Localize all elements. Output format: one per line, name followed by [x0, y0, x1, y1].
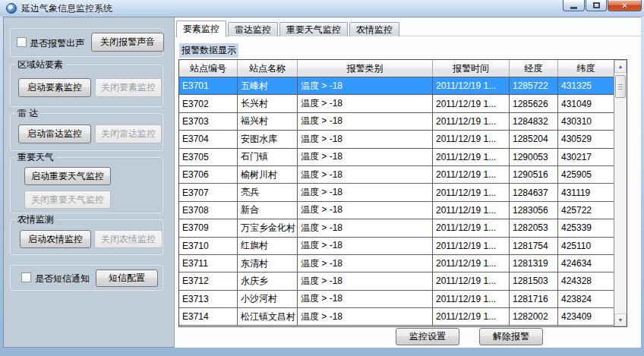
tab-severe-weather-monitor[interactable]: 重要天气监控: [279, 22, 348, 36]
table-cell: E3710: [179, 238, 238, 254]
table-cell: 2011/12/19 1...: [433, 273, 510, 289]
table-cell: 温度 > -18: [298, 95, 433, 112]
table-body: E3701五峰村温度 > -182011/12/19 1...128572243…: [179, 77, 614, 326]
minimize-button[interactable]: [563, 0, 585, 11]
table-cell: 2011/12/19 1...: [433, 131, 510, 147]
stop-weather-monitor-button[interactable]: 关闭重要天气监控: [24, 191, 111, 209]
table-cell: 425110: [558, 238, 614, 254]
table-cell: 2011/12/19 1...: [433, 255, 510, 272]
table-cell: 温度 > -18: [298, 308, 433, 325]
alarm-table: 站点编号站点名称报警类别报警时间经度纬度 E3701五峰村温度 > -18201…: [178, 59, 627, 327]
table-cell: E3704: [179, 131, 238, 147]
scrollbar-up-button[interactable]: ▲: [614, 60, 627, 73]
table-row[interactable]: E3707亮兵温度 > -182011/12/19 1...1284637431…: [179, 184, 614, 201]
close-alarm-sound-button[interactable]: 关闭报警声音: [91, 33, 164, 52]
maximize-icon: [593, 2, 600, 8]
client-area: 是否报警出声 关闭报警声音 区域站要素 启动要素监控 关闭要素监控 雷 达 启动…: [3, 17, 641, 348]
stop-radar-monitor-button[interactable]: 关闭雷达监控: [95, 124, 162, 143]
tab-radar-monitor[interactable]: 雷达监控: [228, 22, 278, 36]
table-cell: 永庆乡: [238, 273, 298, 289]
tab-element-monitor[interactable]: 要素监控: [176, 20, 226, 37]
table-cell: 长兴村: [238, 95, 298, 112]
caption-buttons: ✕: [562, 0, 642, 11]
close-button[interactable]: ✕: [608, 0, 642, 11]
table-cell: 亮兵: [238, 184, 298, 200]
table-cell: E3701: [179, 77, 238, 94]
table-cell: 1285722: [510, 77, 558, 94]
table-cell: 425722: [558, 202, 614, 219]
start-weather-monitor-button[interactable]: 启动重要天气监控: [24, 167, 111, 185]
minimize-icon: [570, 7, 577, 9]
tab-strip: 要素监控雷达监控重要天气监控农情监控: [176, 20, 401, 36]
sound-alarm-group: 是否报警出声 关闭报警声音: [10, 28, 163, 57]
table-cell: 2011/12/19 1...: [433, 149, 510, 165]
table-cell: 1283056: [510, 202, 558, 219]
column-header[interactable]: 站点名称: [238, 60, 298, 77]
table-cell: 423409: [558, 308, 614, 325]
radar-group: 雷 达 启动雷达监控 关闭雷达监控: [10, 113, 163, 151]
sms-config-button[interactable]: 短信配置: [96, 269, 158, 287]
table-row[interactable]: E3701五峰村温度 > -182011/12/19 1...128572243…: [179, 77, 614, 95]
table-row[interactable]: E3713小沙河村温度 > -182011/12/19 1...12817164…: [179, 291, 614, 308]
dismiss-alarm-button[interactable]: 解除报警: [479, 328, 543, 345]
column-header[interactable]: 纬度: [558, 60, 614, 77]
monitor-settings-button[interactable]: 监控设置: [396, 328, 459, 345]
table-row[interactable]: E3712永庆乡温度 > -182011/12/19 1...128150342…: [179, 273, 614, 290]
table-cell: E3707: [179, 184, 238, 200]
table-scrollbar[interactable]: ▲ ▼: [614, 60, 627, 326]
sms-group: 是否短信通知 短信配置: [10, 265, 163, 291]
table-cell: 温度 > -18: [298, 184, 433, 200]
stop-element-monitor-button[interactable]: 关闭要素监控: [95, 78, 162, 97]
start-agriculture-monitor-button[interactable]: 启动农情监控: [20, 230, 91, 248]
table-row[interactable]: E3709万宝乡金化村温度 > -182011/12/19 1...128205…: [179, 219, 614, 237]
table-cell: 431049: [558, 95, 614, 112]
table-cell: 1282053: [510, 219, 558, 236]
table-row[interactable]: E3706榆树川村温度 > -182011/12/19 1...12905164…: [179, 166, 614, 184]
table-cell: 1284637: [510, 184, 558, 200]
start-radar-monitor-button[interactable]: 启动雷达监控: [18, 124, 91, 143]
table-cell: 1290053: [510, 149, 558, 165]
table-cell: 温度 > -18: [298, 219, 433, 236]
table-cell: 温度 > -18: [298, 77, 433, 94]
column-header[interactable]: 经度: [510, 60, 558, 77]
table-row[interactable]: E3710红旗村温度 > -182011/12/19 1...128175442…: [179, 238, 614, 255]
column-header[interactable]: 站点编号: [179, 60, 238, 77]
scrollbar-down-button[interactable]: ▼: [614, 313, 627, 326]
table-cell: 五峰村: [238, 77, 298, 94]
table-row[interactable]: E3705石门镇温度 > -182011/12/19 1...129005343…: [179, 149, 614, 166]
table-row[interactable]: E3711东清村温度 > -182011/12/19 1...128131942…: [179, 255, 614, 273]
maximize-button[interactable]: [586, 0, 607, 11]
agriculture-group-title: 农情监测: [15, 214, 56, 225]
table-cell: E3712: [179, 273, 238, 289]
stop-agriculture-monitor-button[interactable]: 关闭农情监控: [94, 230, 163, 248]
sound-alarm-checkbox[interactable]: [17, 37, 27, 47]
table-row[interactable]: E3708新合温度 > -182011/12/19 1...1283056425…: [179, 202, 614, 219]
severe-weather-group-title: 重要天气: [15, 152, 56, 162]
table-cell: E3709: [179, 219, 238, 236]
table-cell: 2011/12/19 1...: [433, 308, 510, 325]
title-bar[interactable]: 延边气象信息监控系统: [0, 0, 644, 17]
table-row[interactable]: E3702长兴村温度 > -182011/12/19 1...128562643…: [179, 95, 614, 112]
scrollbar-thumb[interactable]: [615, 75, 626, 98]
column-header[interactable]: 报警类别: [298, 60, 433, 77]
app-icon: [6, 3, 17, 14]
table-cell: 430310: [558, 113, 614, 130]
close-icon: ✕: [621, 2, 627, 10]
table-cell: 松江镇文昌村: [238, 308, 298, 325]
sms-notify-checkbox[interactable]: [21, 273, 31, 282]
column-header[interactable]: 报警时间: [433, 60, 510, 77]
table-cell: 2011/12/19 1...: [433, 238, 510, 254]
table-row[interactable]: E3714松江镇文昌村温度 > -182011/12/19 1...128200…: [179, 308, 614, 326]
agriculture-group: 农情监测 启动农情监控 关闭农情监控: [10, 219, 163, 255]
sms-notify-label: 是否短信通知: [35, 273, 90, 285]
table-cell: E3714: [179, 308, 238, 325]
radar-group-title: 雷 达: [15, 108, 40, 118]
table-row[interactable]: E3703福兴村温度 > -182011/12/19 1...128483243…: [179, 113, 614, 131]
table-cell: 温度 > -18: [298, 131, 433, 147]
table-cell: E3708: [179, 202, 238, 219]
start-element-monitor-button[interactable]: 启动要素监控: [18, 78, 91, 97]
table-cell: 2011/12/19 1...: [433, 202, 510, 219]
tab-agriculture-monitor[interactable]: 农情监控: [349, 22, 399, 36]
table-row[interactable]: E3704安图水库温度 > -182011/12/19 1...12852044…: [179, 131, 614, 148]
table-cell: 福兴村: [238, 113, 298, 130]
